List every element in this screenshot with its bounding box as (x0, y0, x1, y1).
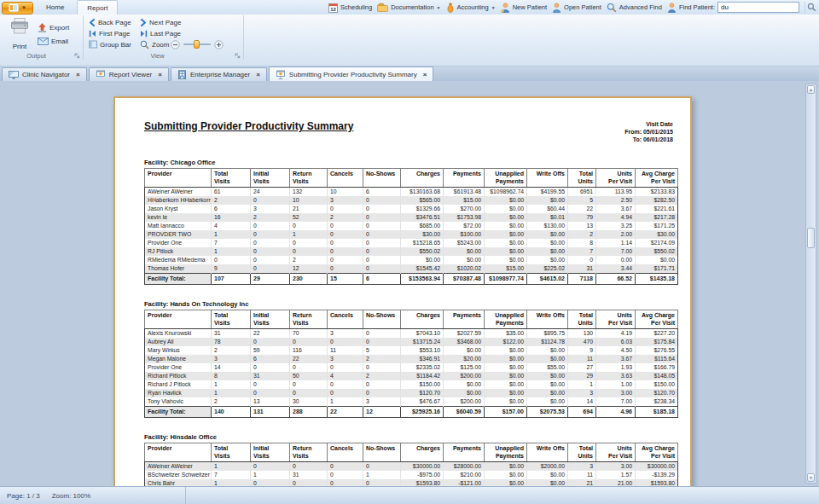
table-cell: 27 (568, 363, 596, 372)
toolbar-new-patient-button[interactable]: New Patient (501, 3, 547, 13)
toolbar-advanced-find-button[interactable]: Advanced Find (607, 3, 662, 13)
group-bar-button[interactable]: Group Bar (89, 40, 140, 49)
toolbar-label: Accounting (457, 3, 489, 11)
toolbar-scheduling-button[interactable]: 12 Scheduling (328, 3, 372, 13)
table-cell: $1593.80 (636, 479, 678, 486)
zoom-button[interactable]: Zoom (140, 40, 169, 49)
find-patient-input[interactable] (717, 2, 799, 13)
scrollbar-thumb[interactable] (807, 228, 815, 248)
provider-productivity-table: ProviderTotal VisitsInitial VisitsReturn… (144, 168, 678, 285)
table-cell: 0 (328, 222, 363, 230)
quick-access-toolbar: 12 Scheduling Documentation ▼ Accounting… (328, 2, 819, 14)
dialog-launcher-icon[interactable] (74, 53, 80, 59)
close-icon[interactable]: × (76, 71, 80, 78)
table-cell: $120.70 (401, 389, 444, 397)
find-patient-group: Find Patient: (667, 2, 799, 13)
ribbon-tab-report[interactable]: Report (77, 0, 118, 14)
table-row: RMiedema RMiedema00200$0.00$0.00$0.00$0.… (145, 256, 678, 264)
table-cell: 3 (328, 329, 363, 339)
close-icon[interactable]: × (256, 71, 260, 78)
table-row: Provider One140000$2335.02$125.00$0.00$5… (145, 363, 678, 372)
ribbon-tab-home[interactable]: Home (37, 0, 73, 14)
table-cell: $225.02 (527, 264, 568, 274)
next-page-button[interactable]: Next Page (140, 19, 181, 26)
accounting-icon (446, 3, 455, 13)
export-icon (38, 23, 47, 32)
column-header: Avg Charge Per Visit (636, 443, 678, 462)
column-header: Total Units (568, 169, 596, 188)
status-zoom: Zoom: 100% (52, 492, 90, 500)
last-page-button[interactable]: Last Page (140, 30, 181, 38)
report-viewport: Submitting Provider Productivity Summary… (0, 81, 819, 486)
provider-name-cell: Provider One (145, 239, 212, 247)
table-cell: $0.00 (444, 247, 485, 256)
export-button[interactable]: Export (38, 23, 69, 32)
first-page-button[interactable]: First Page (89, 30, 140, 38)
print-button[interactable]: Print (7, 17, 32, 51)
toolbar-documentation-button[interactable]: Documentation ▼ (377, 3, 440, 12)
provider-name-cell: PROVDER TWO (145, 230, 212, 239)
table-cell: 0 (363, 479, 401, 486)
table-cell: $0.00 (485, 205, 527, 213)
table-cell: 0 (212, 256, 251, 264)
table-cell: 1 (363, 471, 401, 479)
tab-report-viewer[interactable]: Report Viewer × (89, 67, 169, 81)
table-cell: 1.57 (596, 471, 636, 479)
provider-name-cell: Tony Vlahovic (145, 397, 212, 407)
table-cell: $0.01 (527, 213, 568, 222)
scroll-down-icon[interactable]: ▼ (807, 473, 815, 482)
building-icon (177, 70, 187, 79)
toolbar-open-patient-button[interactable]: Open Patient (552, 3, 601, 13)
table-cell: 0 (251, 239, 290, 247)
facility-name: Facility: Chicago Office (144, 159, 673, 166)
table-cell: $0.00 (527, 479, 568, 486)
first-page-icon (89, 30, 96, 38)
dialog-launcher-icon[interactable] (235, 53, 241, 59)
find-patient-search-button[interactable] (804, 2, 817, 14)
toolbar-accounting-button[interactable]: Accounting ▼ (446, 3, 496, 13)
table-cell: $166.79 (636, 363, 678, 372)
zoom-out-icon[interactable] (171, 40, 180, 49)
email-button[interactable]: Email (38, 38, 69, 45)
table-cell: 2.50 (596, 196, 636, 205)
email-label: Email (51, 38, 68, 45)
column-header: Avg Charge Per Visit (636, 169, 678, 188)
column-header: Return Visits (290, 169, 328, 188)
new-patient-icon (501, 3, 510, 13)
table-cell: 0 (290, 380, 328, 389)
provider-name-cell: Jason Kryst (145, 205, 212, 213)
table-cell: $30.00 (636, 230, 678, 239)
scroll-up-icon[interactable]: ▲ (807, 85, 815, 94)
zoom-label: Zoom (152, 41, 169, 49)
tab-submitting-provider-productivity-summary[interactable]: Submitting Provider Productivity Summary… (269, 67, 434, 81)
close-icon[interactable]: × (423, 71, 427, 78)
table-cell: $0.00 (527, 346, 568, 355)
close-icon[interactable]: × (158, 71, 162, 78)
table-cell: 0 (363, 363, 401, 372)
table-cell: 10 (290, 196, 328, 205)
table-cell: 0 (328, 389, 363, 397)
back-page-button[interactable]: Back Page (89, 19, 140, 26)
table-cell: $0.00 (485, 196, 527, 205)
provider-name-cell: Ryan Havlick (145, 389, 212, 397)
column-header: Write Offs (527, 443, 568, 462)
table-cell: $200.00 (444, 372, 485, 380)
table-cell: 116 (290, 346, 328, 355)
table-cell: $0.00 (527, 380, 568, 389)
table-cell: 0 (363, 239, 401, 247)
table-cell: $130163.68 (401, 188, 444, 197)
table-cell: 70 (290, 329, 328, 339)
tab-enterprise-manager[interactable]: Enterprise Manager × (171, 67, 267, 81)
table-row: PROVDER TWO10100$30.00$100.00$0.00$0.002… (145, 230, 678, 239)
vertical-scrollbar[interactable]: ▲ ▼ (805, 84, 816, 484)
tab-clinic-navigator[interactable]: Clinic Navigator × (2, 67, 87, 81)
table-cell: 0 (290, 462, 328, 472)
zoom-in-icon[interactable] (214, 40, 224, 49)
facility-total-cell: $157.00 (485, 407, 527, 418)
zoom-slider-thumb[interactable] (194, 40, 200, 49)
table-cell: 0 (251, 256, 290, 264)
table-cell: 0 (290, 363, 328, 372)
table-cell: 3.63 (596, 372, 636, 380)
zoom-slider[interactable] (183, 43, 211, 45)
app-menu-button[interactable]: ▼ (2, 2, 33, 14)
